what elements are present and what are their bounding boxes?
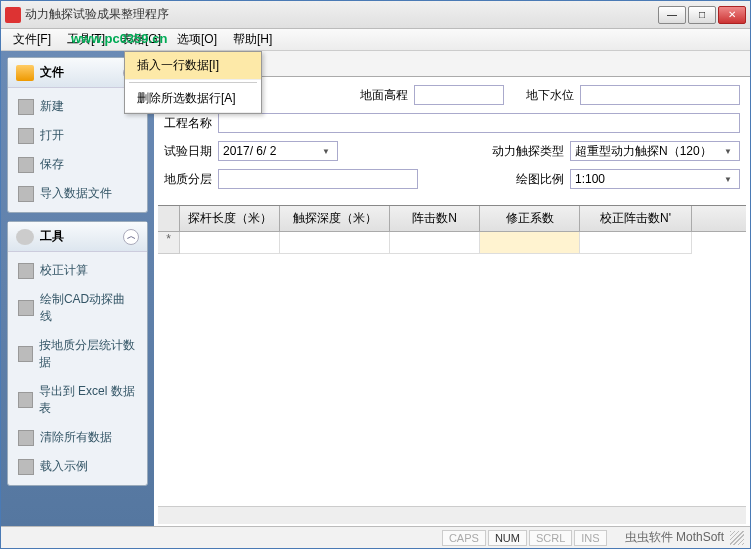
table-dropdown-menu: 插入一行数据[I] 删除所选数据行[A] [124, 51, 262, 114]
grid-body[interactable]: * [158, 232, 746, 506]
tool-panel: 工具 ︿ 校正计算 绘制CAD动探曲线 按地质分层统计数据 导出到 Excel … [7, 221, 148, 486]
grid-cell[interactable] [580, 232, 692, 254]
probe-type-label: 动力触探类型 [492, 143, 564, 160]
menu-options[interactable]: 选项[O] [169, 29, 225, 50]
app-window: 动力触探试验成果整理程序 — □ ✕ 文件[F] 工具[T] 表格[G] 选项[… [0, 0, 751, 549]
gw-level-input[interactable] [580, 85, 740, 105]
geo-layer-label: 地质分层 [164, 171, 212, 188]
status-num: NUM [488, 530, 527, 546]
grid-cell[interactable] [390, 232, 480, 254]
test-date-picker[interactable]: 2017/ 6/ 2 ▼ [218, 141, 338, 161]
tool-panel-title: 工具 [40, 228, 64, 245]
chevron-down-icon: ▼ [721, 175, 735, 184]
col-header-probe-depth[interactable]: 触探深度（米） [280, 206, 390, 231]
menu-separator [129, 82, 257, 83]
ground-elev-input[interactable] [414, 85, 504, 105]
file-panel-title: 文件 [40, 64, 64, 81]
status-ins: INS [574, 530, 606, 546]
sidebar-item-import[interactable]: 导入数据文件 [10, 179, 145, 208]
menu-help[interactable]: 帮助[H] [225, 29, 280, 50]
grid-cell[interactable] [180, 232, 280, 254]
clear-icon [18, 430, 34, 446]
close-button[interactable]: ✕ [718, 6, 746, 24]
new-icon [18, 99, 34, 115]
plot-ratio-label: 绘图比例 [516, 171, 564, 188]
sidebar-item-export-excel[interactable]: 导出到 Excel 数据表 [10, 377, 145, 423]
menu-file[interactable]: 文件[F] [5, 29, 59, 50]
excel-icon [18, 392, 33, 408]
ground-elev-label: 地面高程 [360, 87, 408, 104]
col-header-rod-length[interactable]: 探杆长度（米） [180, 206, 280, 231]
chevron-down-icon: ▼ [319, 147, 333, 156]
sidebar-item-save[interactable]: 保存 [10, 150, 145, 179]
minimize-button[interactable]: — [658, 6, 686, 24]
sidebar: 文件 ︿ 新建 打开 保存 导入数据文件 工具 ︿ 校正计算 [1, 51, 154, 526]
chevron-up-icon: ︿ [123, 229, 139, 245]
col-header-correction[interactable]: 修正系数 [480, 206, 580, 231]
chart-icon [18, 300, 34, 316]
menu-table[interactable]: 表格[G] [113, 29, 169, 50]
menubar: 文件[F] 工具[T] 表格[G] 选项[O] 帮助[H] [1, 29, 750, 51]
resize-grip[interactable] [730, 531, 744, 545]
wrench-icon [16, 229, 34, 245]
titlebar[interactable]: 动力触探试验成果整理程序 — □ ✕ [1, 1, 750, 29]
window-title: 动力触探试验成果整理程序 [25, 6, 658, 23]
grid-cell-active[interactable] [480, 232, 580, 254]
sidebar-item-load-example[interactable]: 载入示例 [10, 452, 145, 481]
tool-panel-header[interactable]: 工具 ︿ [8, 222, 147, 252]
open-icon [18, 128, 34, 144]
example-icon [18, 459, 34, 475]
new-row-marker: * [158, 232, 180, 254]
sidebar-item-layer-stats[interactable]: 按地质分层统计数据 [10, 331, 145, 377]
row-header-corner[interactable] [158, 206, 180, 231]
status-scrl: SCRL [529, 530, 572, 546]
app-icon [5, 7, 21, 23]
grid-cell[interactable] [280, 232, 390, 254]
grid-new-row[interactable]: * [158, 232, 746, 254]
statusbar: CAPS NUM SCRL INS 虫虫软件 MothSoft [1, 526, 750, 548]
grid-header-row: 探杆长度（米） 触探深度（米） 阵击数N 修正系数 校正阵击数N' [158, 206, 746, 232]
test-date-label: 试验日期 [164, 143, 212, 160]
sidebar-item-clear-all[interactable]: 清除所有数据 [10, 423, 145, 452]
sidebar-item-open[interactable]: 打开 [10, 121, 145, 150]
sidebar-item-correction[interactable]: 校正计算 [10, 256, 145, 285]
import-icon [18, 186, 34, 202]
menu-delete-selected[interactable]: 删除所选数据行[A] [125, 85, 261, 113]
col-header-corrected-n[interactable]: 校正阵击数N' [580, 206, 692, 231]
folder-icon [16, 65, 34, 81]
sidebar-item-cad-curve[interactable]: 绘制CAD动探曲线 [10, 285, 145, 331]
probe-type-select[interactable]: 超重型动力触探N（120） ▼ [570, 141, 740, 161]
save-icon [18, 157, 34, 173]
main-area: × | « » 未命名 地面高程 地下水位 工程名称 [154, 51, 750, 526]
plot-ratio-select[interactable]: 1:100 ▼ [570, 169, 740, 189]
data-grid[interactable]: 探杆长度（米） 触探深度（米） 阵击数N 修正系数 校正阵击数N' * [158, 205, 746, 506]
horizontal-scrollbar[interactable] [158, 506, 746, 524]
project-name-input[interactable] [218, 113, 740, 133]
content-area: 文件 ︿ 新建 打开 保存 导入数据文件 工具 ︿ 校正计算 [1, 51, 750, 526]
maximize-button[interactable]: □ [688, 6, 716, 24]
calc-icon [18, 263, 34, 279]
menu-insert-row[interactable]: 插入一行数据[I] [125, 52, 261, 80]
chevron-down-icon: ▼ [721, 147, 735, 156]
status-caps: CAPS [442, 530, 486, 546]
stats-icon [18, 346, 33, 362]
status-brand: 虫虫软件 MothSoft [625, 529, 724, 546]
project-name-label: 工程名称 [164, 115, 212, 132]
geo-layer-input[interactable] [218, 169, 418, 189]
menu-tools[interactable]: 工具[T] [59, 29, 113, 50]
gw-level-label: 地下水位 [526, 87, 574, 104]
col-header-blow-count[interactable]: 阵击数N [390, 206, 480, 231]
